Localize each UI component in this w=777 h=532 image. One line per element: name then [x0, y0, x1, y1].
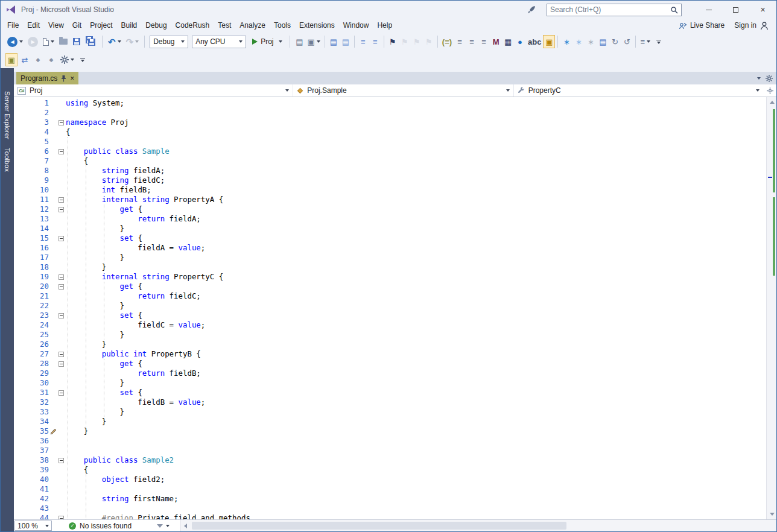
code-line[interactable]: 5: [14, 137, 766, 147]
search-icon[interactable]: [670, 6, 678, 14]
code-line[interactable]: 10 int fieldB;: [14, 185, 766, 195]
collapse-region-icon[interactable]: [59, 197, 64, 203]
active-files-dropdown-icon[interactable]: [757, 77, 761, 80]
collapse-region-icon[interactable]: [59, 390, 64, 396]
code-line[interactable]: 12 get {: [14, 204, 766, 214]
spell-check-icon[interactable]: abc: [526, 35, 543, 48]
magic-wand-icon[interactable]: ∗: [560, 35, 572, 48]
code-line[interactable]: 36: [14, 436, 766, 446]
member-icons-toggle[interactable]: ▣: [5, 53, 17, 66]
code-line[interactable]: 4{: [14, 127, 766, 137]
toolbar-overflow-button[interactable]: [78, 53, 87, 66]
code-line[interactable]: 33 }: [14, 407, 766, 417]
sort-members-icon[interactable]: ≡: [638, 35, 652, 48]
start-debugging-button[interactable]: Proj: [249, 35, 285, 48]
grid-icon[interactable]: ▦: [502, 35, 514, 48]
snowflake-icon[interactable]: ∗: [585, 35, 597, 48]
menu-item-git[interactable]: Git: [68, 19, 86, 31]
code-line[interactable]: 19 internal string PropertyC {: [14, 272, 766, 282]
documentation-icon[interactable]: ▤: [597, 35, 609, 48]
code-line[interactable]: 31 set {: [14, 388, 766, 397]
increase-indent-icon[interactable]: ≡: [369, 35, 381, 48]
new-file-button[interactable]: [41, 35, 56, 48]
code-line[interactable]: 20 get {: [14, 282, 766, 291]
debug-visualizer-button[interactable]: ◆: [45, 53, 57, 66]
menu-item-coderush[interactable]: CodeRush: [171, 19, 214, 31]
menu-item-help[interactable]: Help: [373, 19, 396, 31]
member-list-icon[interactable]: ▤: [294, 35, 306, 48]
solution-configuration-combo[interactable]: Debug: [150, 36, 188, 48]
toggle-bookmark-icon[interactable]: ⚑: [387, 35, 399, 48]
test-runner-button[interactable]: ◆: [32, 53, 44, 66]
search-input[interactable]: [550, 5, 670, 14]
uncomment-lines-icon[interactable]: ▤: [340, 35, 352, 48]
history-icon[interactable]: ↺: [621, 35, 633, 48]
sparkle-icon[interactable]: ∗: [572, 35, 585, 48]
code-line[interactable]: 39 {: [14, 465, 766, 475]
code-line[interactable]: 21 return fieldC;: [14, 291, 766, 301]
map-pin-icon[interactable]: ●: [514, 35, 526, 48]
code-line[interactable]: 25 }: [14, 330, 766, 340]
menu-item-file[interactable]: File: [3, 19, 23, 31]
comment-lines-icon[interactable]: ▤: [328, 35, 340, 48]
code-line[interactable]: 14 }: [14, 224, 766, 233]
tab-program-cs[interactable]: Program.cs ×: [16, 72, 78, 84]
code-line[interactable]: 13 return fieldA;: [14, 214, 766, 224]
sign-in-button[interactable]: Sign in: [734, 21, 769, 30]
code-editor[interactable]: 1using System;23namespace Proj4{56 publi…: [14, 97, 776, 519]
refresh-icon[interactable]: ↻: [609, 35, 621, 48]
code-line[interactable]: 30 }: [14, 378, 766, 388]
menu-item-edit[interactable]: Edit: [23, 19, 44, 31]
toolbar-overflow-button[interactable]: [655, 35, 663, 48]
collapse-region-icon[interactable]: [59, 149, 64, 154]
cycle-references-button[interactable]: ⇄: [19, 53, 31, 66]
side-tab-server-explorer[interactable]: Server Explorer: [4, 91, 11, 139]
code-line[interactable]: 35 }: [14, 426, 766, 436]
code-line[interactable]: 1using System;: [14, 98, 766, 108]
code-line[interactable]: 37: [14, 446, 766, 455]
collapse-region-icon[interactable]: [59, 284, 64, 290]
side-tab-toolbox[interactable]: Toolbox: [4, 148, 11, 172]
collapse-region-icon[interactable]: [59, 120, 64, 125]
menu-item-extensions[interactable]: Extensions: [295, 19, 339, 31]
menu-item-analyze[interactable]: Analyze: [235, 19, 270, 31]
horizontal-scrollbar[interactable]: [180, 520, 766, 531]
menu-item-project[interactable]: Project: [86, 19, 116, 31]
document-health-indicator[interactable]: ✓ No issues found: [69, 520, 132, 531]
member-dropdown[interactable]: PropertyC: [514, 84, 763, 97]
coderush-settings-button[interactable]: [59, 53, 76, 66]
code-line[interactable]: 6 public class Sample: [14, 147, 766, 156]
navigate-back-button[interactable]: ◀: [5, 35, 25, 48]
project-dropdown[interactable]: C# Proj: [14, 84, 293, 97]
code-line[interactable]: 11 internal string PropertyA {: [14, 195, 766, 204]
collapse-region-icon[interactable]: [59, 361, 64, 367]
search-box[interactable]: [547, 4, 682, 16]
editor-options-button[interactable]: [763, 84, 776, 97]
minimize-button[interactable]: [695, 1, 722, 19]
decrease-indent-icon[interactable]: ≡: [357, 35, 369, 48]
code-line[interactable]: 43: [14, 504, 766, 513]
zoom-combo[interactable]: 100 %: [14, 521, 52, 531]
code-line[interactable]: 26 }: [14, 340, 766, 349]
vertical-scrollbar[interactable]: [766, 97, 776, 519]
code-line[interactable]: 44 #region Private field and methods: [14, 513, 766, 519]
save-all-button[interactable]: [84, 35, 98, 48]
code-line[interactable]: 42 string firstName;: [14, 494, 766, 504]
sorted-list-icon[interactable]: ≡: [466, 35, 478, 48]
code-line[interactable]: 16 fieldA = value;: [14, 243, 766, 253]
undo-button[interactable]: ↶: [106, 35, 123, 48]
live-share-button[interactable]: Live Share: [679, 21, 725, 30]
scroll-up-icon[interactable]: [770, 101, 775, 104]
feedback-rocket-icon[interactable]: [527, 5, 536, 14]
parameter-info-icon[interactable]: ▣: [306, 35, 322, 48]
menu-item-build[interactable]: Build: [117, 19, 142, 31]
code-line[interactable]: 34 }: [14, 417, 766, 426]
code-line[interactable]: 17 }: [14, 253, 766, 262]
menu-item-test[interactable]: Test: [214, 19, 235, 31]
parens-equals-icon[interactable]: (=): [440, 35, 454, 48]
close-tab-icon[interactable]: ×: [70, 75, 74, 82]
code-line[interactable]: 28 get {: [14, 359, 766, 369]
task-list-icon[interactable]: ≡: [478, 35, 490, 48]
markdown-icon[interactable]: M: [490, 35, 502, 48]
type-dropdown[interactable]: Proj.Sample: [293, 84, 513, 97]
